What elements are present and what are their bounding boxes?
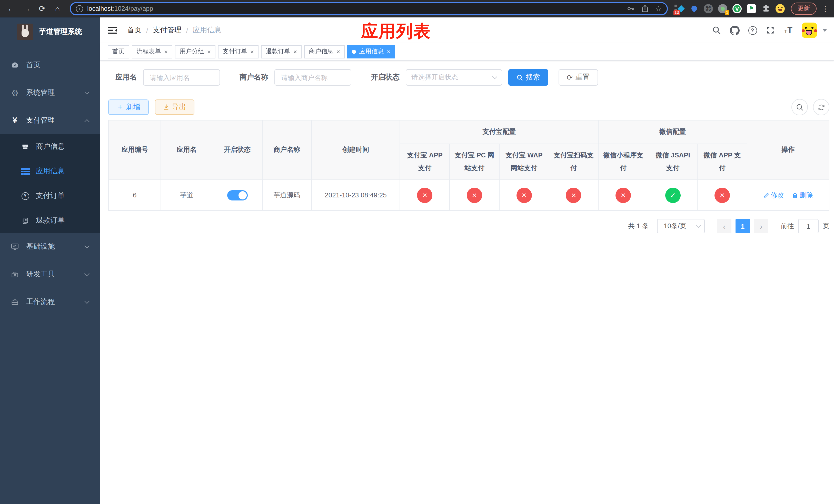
user-avatar[interactable] — [802, 23, 817, 38]
sidebar-item-merchant-info[interactable]: 商户信息 — [0, 134, 100, 159]
shop-icon — [21, 143, 30, 151]
goto-page-input[interactable] — [798, 219, 819, 233]
plus-icon: ＋ — [116, 102, 124, 112]
wechat-lite-status-icon — [615, 188, 631, 203]
browser-update-button[interactable]: 更新 — [791, 2, 816, 15]
breadcrumb-home[interactable]: 首页 — [127, 26, 141, 35]
font-size-icon[interactable] — [782, 23, 795, 38]
url-text: localhost:1024/pay/app — [87, 5, 623, 12]
add-button[interactable]: ＋ 新增 — [108, 99, 149, 115]
download-icon — [163, 104, 169, 110]
extension-kite-icon[interactable] — [688, 3, 700, 14]
chevron-down-icon — [696, 223, 701, 228]
sidebar-item-system[interactable]: ⚙ 系统管理 — [0, 79, 100, 107]
browser-home-icon[interactable]: ⌂ — [51, 2, 64, 15]
alipay-pc-status-icon — [467, 188, 482, 203]
sidebar-item-dev-tools[interactable]: 研发工具 — [0, 260, 100, 288]
status-select[interactable]: 请选择开启状态 — [406, 69, 502, 86]
browser-forward-icon[interactable]: → — [21, 2, 33, 15]
sidebar-item-home[interactable]: 首页 — [0, 51, 100, 79]
breadcrumb-current: 应用信息 — [193, 26, 222, 35]
chevron-down-icon — [84, 90, 89, 95]
export-button[interactable]: 导出 — [155, 99, 194, 115]
extension-flag-icon[interactable]: ⚑ — [746, 3, 757, 14]
merchant-name-input[interactable] — [275, 69, 351, 86]
menu-label: 工作流程 — [26, 297, 55, 306]
tab-close-icon[interactable]: × — [250, 48, 254, 54]
yen-icon: ¥ — [10, 116, 20, 125]
password-key-icon[interactable] — [627, 4, 635, 13]
yen-circle-icon: ¥ — [21, 192, 30, 200]
cell-merchant: 芋道源码 — [262, 180, 311, 211]
tab-user-group[interactable]: 用户分组× — [175, 45, 215, 58]
prev-page-button[interactable]: ‹ — [717, 219, 731, 233]
extension-v-icon[interactable]: V — [731, 3, 743, 14]
sidebar-item-payment[interactable]: ¥ 支付管理 — [0, 107, 100, 134]
tab-close-icon[interactable]: × — [293, 48, 297, 54]
bookmark-star-icon[interactable]: ☆ — [655, 4, 662, 13]
menu-label: 支付订单 — [36, 191, 65, 201]
tab-home[interactable]: 首页 — [108, 45, 129, 58]
pencil-icon — [763, 192, 769, 199]
current-page[interactable]: 1 — [736, 219, 750, 233]
browser-back-icon[interactable]: ← — [5, 2, 18, 15]
tab-app-info[interactable]: 应用信息× — [347, 45, 395, 58]
delete-link[interactable]: 删除 — [792, 191, 813, 200]
toolbox-icon — [10, 271, 20, 278]
help-icon[interactable]: ? — [746, 23, 759, 38]
breadcrumb-payment[interactable]: 支付管理 — [153, 26, 181, 35]
chevron-down-icon — [84, 271, 89, 276]
tab-close-icon[interactable]: × — [207, 48, 211, 54]
tab-close-icon[interactable]: × — [336, 48, 340, 54]
group-header-alipay: 支付宝配置 — [400, 120, 598, 144]
sidebar-item-pay-order[interactable]: ¥ 支付订单 — [0, 184, 100, 208]
header-search-icon[interactable] — [710, 23, 723, 38]
sidebar-collapse-icon[interactable] — [105, 22, 121, 39]
site-info-icon[interactable]: i — [76, 5, 83, 12]
browser-menu-icon[interactable]: ⋮ — [822, 4, 829, 13]
search-button[interactable]: 搜索 — [508, 69, 548, 86]
sidebar-item-workflow[interactable]: 工作流程 — [0, 288, 100, 316]
share-icon[interactable] — [641, 4, 649, 13]
col-alipay-pc: 支付宝 PC 网站支付 — [450, 144, 499, 180]
tab-pay-order[interactable]: 支付订单× — [218, 45, 259, 58]
browser-reload-icon[interactable]: ⟳ — [36, 2, 48, 15]
refresh-table-button[interactable] — [813, 99, 829, 115]
page-size-select[interactable]: 10条/页 — [657, 219, 705, 233]
sidebar-item-infrastructure[interactable]: 基础设施 — [0, 233, 100, 260]
col-wechat-jsapi: 微信 JSAPI 支付 — [648, 144, 697, 180]
extension-command-icon[interactable]: ⌘ — [703, 3, 714, 14]
tab-close-icon[interactable]: × — [387, 48, 390, 54]
sidebar-item-refund-order[interactable]: 退款订单 — [0, 208, 100, 233]
next-page-button[interactable]: › — [754, 219, 768, 233]
page-content: 应用名 商户名称 开启状态 请选择开启状态 搜索 — [100, 61, 834, 504]
tab-merchant-info[interactable]: 商户信息× — [304, 45, 345, 58]
tab-close-icon[interactable]: × — [164, 48, 168, 54]
menu-label: 研发工具 — [26, 270, 55, 279]
user-menu-caret-icon[interactable] — [823, 29, 827, 31]
sidebar-menu: 首页 ⚙ 系统管理 ¥ 支付管理 — [0, 46, 100, 316]
col-actions: 操作 — [747, 120, 829, 180]
status-toggle[interactable] — [227, 190, 247, 201]
sidebar-item-app-info[interactable]: 应用信息 — [0, 159, 100, 184]
extensions-puzzle-icon[interactable] — [760, 3, 771, 14]
col-app-name: 应用名 — [161, 120, 212, 180]
sidebar-logo[interactable]: 芋道管理系统 — [0, 18, 100, 46]
tags-view-bar: 首页 流程表单× 用户分组× 支付订单× 退款订单× 商户信息× 应用信息× — [100, 43, 834, 61]
group-header-wechat: 微信配置 — [598, 120, 747, 144]
github-icon[interactable] — [728, 23, 741, 38]
reset-button[interactable]: ⟳ 重置 — [558, 69, 598, 86]
search-icon — [796, 103, 804, 111]
extension-emoji-icon[interactable] — [774, 3, 786, 14]
tab-refund-order[interactable]: 退款订单× — [261, 45, 302, 58]
edit-link[interactable]: 修改 — [763, 191, 784, 200]
total-count: 共 1 条 — [628, 222, 649, 231]
search-icon — [517, 74, 523, 81]
address-bar[interactable]: i localhost:1024/pay/app ☆ — [70, 2, 668, 15]
fullscreen-icon[interactable] — [764, 23, 777, 38]
toggle-search-button[interactable] — [791, 99, 808, 115]
extension-recorder-icon[interactable]: 1 — [717, 3, 728, 14]
extension-diamond-icon[interactable]: 10 — [674, 3, 685, 14]
tab-process-form[interactable]: 流程表单× — [132, 45, 172, 58]
app-name-input[interactable] — [143, 69, 220, 86]
